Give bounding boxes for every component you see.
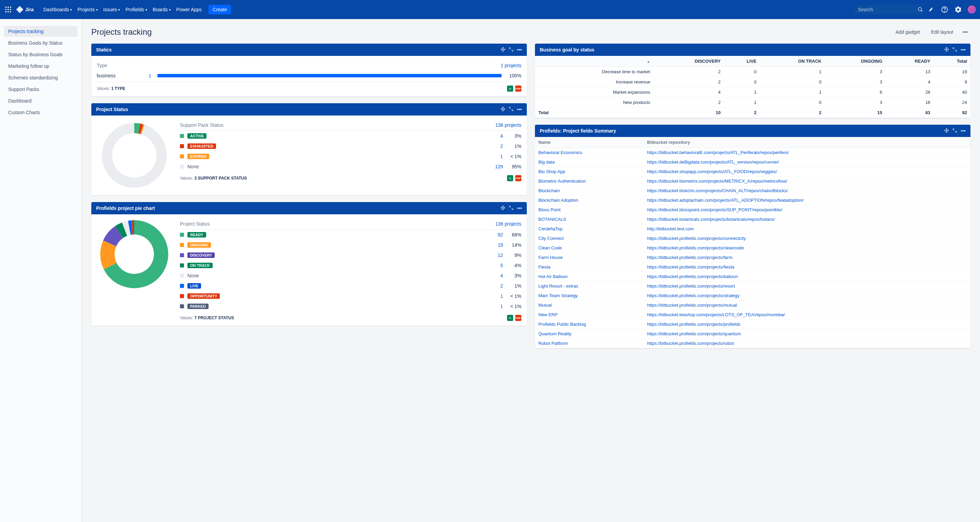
repo-link[interactable]: https://bitbucket.profields.com/projects… <box>647 236 746 241</box>
gadget-more-icon[interactable]: ••• <box>517 47 522 53</box>
export-xls-icon[interactable]: X <box>507 86 513 92</box>
project-link[interactable]: Fiesta <box>538 264 550 269</box>
table-header[interactable]: ▲ <box>535 56 654 67</box>
expand-icon[interactable] <box>952 47 957 53</box>
project-link[interactable]: Mutual <box>538 302 552 308</box>
table-header[interactable]: ONGOING <box>825 56 886 67</box>
sidebar-item-custom-charts[interactable]: Custom Charts <box>4 107 77 118</box>
nav-item-boards[interactable]: Boards ▾ <box>150 4 173 15</box>
expand-icon[interactable] <box>509 205 514 211</box>
repo-link[interactable]: https://bitbucket.adoptachain.com/projec… <box>647 197 803 203</box>
move-icon[interactable] <box>944 47 949 53</box>
gadget-more-icon[interactable]: ••• <box>961 128 966 134</box>
user-avatar[interactable] <box>968 5 976 14</box>
sidebar-item-marketing-follow-up[interactable]: Marketing follow up <box>4 60 77 72</box>
repo-link[interactable]: https://bitbucket.profields.com/projects… <box>647 321 740 327</box>
sidebar-item-schemes-standardizing[interactable]: Schemes standardizing <box>4 72 77 83</box>
jira-logo[interactable]: Jira <box>16 5 34 14</box>
help-icon[interactable] <box>939 4 950 15</box>
move-icon[interactable] <box>944 128 949 134</box>
project-link[interactable]: New ERP <box>538 312 557 317</box>
legend-count[interactable]: 4 <box>489 133 503 138</box>
export-pdf-icon[interactable]: PDF <box>515 315 521 321</box>
search-input[interactable] <box>858 7 918 12</box>
project-link[interactable]: Hot Air Balloon <box>538 274 568 279</box>
apps-switcher-icon[interactable] <box>4 5 12 14</box>
repo-link[interactable]: https://bitbucket.biometrix.com/projects… <box>647 178 787 184</box>
project-link[interactable]: Biometric Authentication <box>538 178 586 184</box>
table-header[interactable]: Total <box>934 56 970 67</box>
expand-icon[interactable] <box>509 107 514 112</box>
legend-count[interactable]: 1 <box>489 154 503 159</box>
statics-row-count[interactable]: 1 <box>149 73 153 78</box>
repo-link[interactable]: https://bitbucket.profields.com/projects… <box>647 302 737 308</box>
col-name[interactable]: Name <box>535 137 644 148</box>
export-xls-icon[interactable]: X <box>507 175 513 181</box>
nav-item-profields[interactable]: Profields ▾ <box>123 4 150 15</box>
project-link[interactable]: Blockchain Adoption <box>538 197 578 203</box>
sort-icon[interactable]: ▲ <box>647 60 650 64</box>
notifications-icon[interactable] <box>926 4 936 15</box>
repo-link[interactable]: https://bitbucket.profields.com/projects… <box>647 331 741 336</box>
repo-link[interactable]: https://bitbucket.blosspoint.com/project… <box>647 207 783 212</box>
nav-item-dashboards[interactable]: Dashboards ▾ <box>41 4 75 15</box>
repo-link[interactable]: https://bitbucket.behavioralE.com/projec… <box>647 150 789 155</box>
export-pdf-icon[interactable]: PDF <box>515 175 521 181</box>
expand-icon[interactable] <box>509 47 514 53</box>
add-gadget-button[interactable]: Add gadget <box>891 27 924 37</box>
nav-item-issues[interactable]: Issues ▾ <box>100 4 123 15</box>
donut-slice[interactable] <box>102 123 167 188</box>
project-link[interactable]: Farm House <box>538 255 563 260</box>
legend-count[interactable]: 4 <box>489 273 503 279</box>
project-link[interactable]: Quantum Reality <box>538 331 571 336</box>
settings-icon[interactable] <box>953 4 964 15</box>
repo-link[interactable]: https://bitbucket.botanicals.com/project… <box>647 217 775 222</box>
table-header[interactable]: LIVE <box>724 56 760 67</box>
projects-count[interactable]: 136 projects <box>495 221 521 227</box>
projects-count[interactable]: 136 projects <box>495 123 521 128</box>
project-link[interactable]: Behavioral Economics <box>538 150 582 155</box>
move-icon[interactable] <box>501 47 505 53</box>
project-link[interactable]: Big data <box>538 159 555 165</box>
project-link[interactable]: Blockchain <box>538 188 560 193</box>
move-icon[interactable] <box>501 205 505 211</box>
repo-link[interactable]: https://bitbucket.deBigdata.com/projects… <box>647 159 779 165</box>
projects-count[interactable]: 1 projects <box>501 63 521 68</box>
project-link[interactable]: BOTANICALS <box>538 217 566 222</box>
legend-count[interactable]: 2 <box>489 283 503 289</box>
export-xls-icon[interactable]: X <box>507 315 513 321</box>
col-repo[interactable]: Bitbucket repository <box>644 137 970 148</box>
sidebar-item-projects-tracking[interactable]: Projects tracking <box>4 26 77 37</box>
gadget-more-icon[interactable]: ••• <box>517 107 522 112</box>
legend-count[interactable]: 92 <box>489 232 503 237</box>
legend-count[interactable]: 1 <box>489 293 503 299</box>
gadget-more-icon[interactable]: ••• <box>517 205 522 211</box>
table-header[interactable]: READY <box>886 56 934 67</box>
sidebar-item-support-packs[interactable]: Support Packs <box>4 84 77 95</box>
export-pdf-icon[interactable]: PDF <box>515 86 521 92</box>
repo-link[interactable]: https://bitbucket.profields.com/projects… <box>647 283 735 289</box>
project-link[interactable]: Main Team Strategy <box>538 293 578 298</box>
repo-link[interactable]: http://bitbucket.text.com <box>647 226 694 231</box>
repo-link[interactable]: https://bitbucket.profields.com/projects… <box>647 245 744 250</box>
create-button[interactable]: Create <box>208 5 231 14</box>
repo-link[interactable]: https://bitbucket.profields.com/projects… <box>647 255 733 260</box>
legend-count[interactable]: 5 <box>489 263 503 268</box>
repo-link[interactable]: https://bitbucket.profields.com/projects… <box>647 293 740 298</box>
repo-link[interactable]: https://bitbucket.blokchn.com/projects/C… <box>647 188 788 193</box>
repo-link[interactable]: https://bitbucket.teashop.com/projects/L… <box>647 312 785 317</box>
project-link[interactable]: Clean Code <box>538 245 562 250</box>
move-icon[interactable] <box>501 107 505 112</box>
legend-count[interactable]: 12 <box>489 253 503 258</box>
nav-item-projects[interactable]: Projects ▾ <box>75 4 100 15</box>
project-link[interactable]: City Connect <box>538 236 563 241</box>
nav-item-power-apps[interactable]: Power Apps <box>173 4 204 15</box>
project-link[interactable]: Bloss Point <box>538 207 560 212</box>
project-link[interactable]: Profields Public Backlog <box>538 321 586 327</box>
edit-layout-button[interactable]: Edit layout <box>927 27 957 37</box>
table-header[interactable]: ON TRACK <box>760 56 825 67</box>
sidebar-item-status-by-business-goals[interactable]: Status by Business Goals <box>4 49 77 60</box>
legend-count[interactable]: 2 <box>489 143 503 149</box>
more-actions-button[interactable]: ••• <box>960 27 970 37</box>
legend-count[interactable]: 1 <box>489 304 503 309</box>
